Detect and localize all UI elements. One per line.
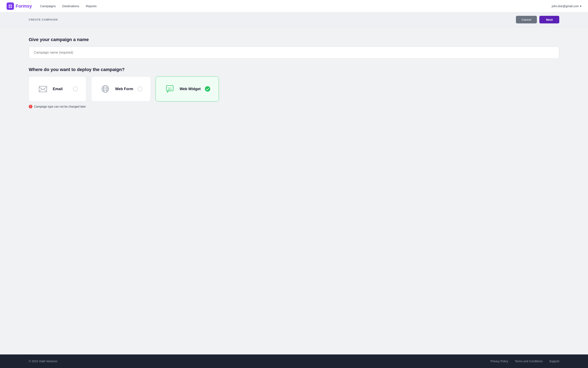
webform-globe-svg	[100, 83, 111, 94]
webwidget-chat-svg: ★★★	[164, 83, 175, 94]
brand-name-accent: sy	[27, 3, 32, 9]
footer-support-item[interactable]: Support	[549, 359, 559, 363]
webform-check-icon	[137, 86, 142, 91]
sub-header-actions: Cancel Next	[516, 16, 559, 23]
user-menu[interactable]: john.doe@gmail.com ▾	[552, 5, 581, 8]
warning-text-label: Campaign type can not be changed later	[34, 105, 86, 108]
chevron-down-icon: ▾	[580, 5, 581, 8]
footer-privacy-item[interactable]: Privacy Policy	[490, 359, 508, 363]
nav-item-campaigns[interactable]: Campaigns	[40, 4, 56, 8]
sub-header: CREATE CAMPAIGN Cancel Next	[0, 12, 588, 27]
email-check-icon	[73, 86, 78, 91]
user-email: john.doe@gmail.com	[552, 5, 579, 8]
svg-rect-2	[9, 6, 10, 8]
page-title: CREATE CAMPAIGN	[29, 18, 58, 21]
svg-line-5	[39, 89, 42, 92]
nav-link-destinations[interactable]: Destinations	[62, 4, 79, 8]
cancel-button[interactable]: Cancel	[516, 16, 537, 23]
deploy-section-title: Where do you want to deploy the campaign…	[29, 67, 559, 72]
footer-links: Privacy Policy Terms and Conditions Supp…	[490, 359, 559, 363]
navbar: Formsy Campaigns Destinations Reports jo…	[0, 0, 588, 12]
svg-text:★★★: ★★★	[168, 87, 172, 89]
nav-item-reports[interactable]: Reports	[86, 4, 97, 8]
brand-logo-icon	[7, 2, 14, 10]
nav-link-campaigns[interactable]: Campaigns	[40, 4, 56, 8]
svg-rect-1	[11, 5, 12, 6]
svg-line-6	[44, 89, 47, 92]
footer: © 2023 Viabl Ventures Privacy Policy Ter…	[0, 354, 588, 368]
footer-terms-link[interactable]: Terms and Conditions	[515, 359, 543, 363]
svg-point-16	[205, 86, 210, 92]
warning-icon: !	[29, 105, 32, 109]
footer-terms-item[interactable]: Terms and Conditions	[515, 359, 543, 363]
deploy-card-email[interactable]: Email	[29, 76, 86, 101]
svg-rect-4	[39, 86, 47, 92]
brand-name: Formsy	[16, 3, 32, 9]
deploy-cards: Email Web Form	[29, 76, 559, 101]
webform-icon	[100, 83, 111, 95]
svg-rect-3	[11, 6, 12, 8]
svg-rect-0	[9, 5, 10, 6]
nav-links: Campaigns Destinations Reports	[40, 4, 97, 8]
main-content: Give your campaign a name Where do you w…	[0, 27, 588, 354]
footer-support-link[interactable]: Support	[549, 359, 559, 363]
deploy-card-webwidget[interactable]: ★★★ Web Widget	[156, 76, 219, 101]
webwidget-icon: ★★★	[164, 83, 176, 95]
campaign-name-title: Give your campaign a name	[29, 37, 559, 42]
webform-label: Web Form	[115, 87, 133, 91]
brand-name-form: Form	[16, 3, 27, 9]
formsy-logo-svg	[8, 4, 12, 8]
footer-copyright: © 2023 Viabl Ventures	[29, 359, 57, 363]
campaign-name-input[interactable]	[29, 46, 559, 59]
deploy-card-webform[interactable]: Web Form	[91, 76, 151, 101]
email-envelope-svg	[37, 83, 48, 94]
webwidget-check-icon	[205, 86, 210, 92]
warning-message: ! Campaign type can not be changed later	[29, 105, 559, 109]
next-button[interactable]: Next	[539, 16, 559, 23]
email-label: Email	[53, 87, 63, 91]
footer-privacy-link[interactable]: Privacy Policy	[490, 359, 508, 363]
webwidget-label: Web Widget	[180, 87, 201, 91]
brand-logo-link[interactable]: Formsy	[7, 2, 32, 10]
nav-link-reports[interactable]: Reports	[86, 4, 97, 8]
email-icon	[37, 83, 49, 95]
nav-item-destinations[interactable]: Destinations	[62, 4, 79, 8]
